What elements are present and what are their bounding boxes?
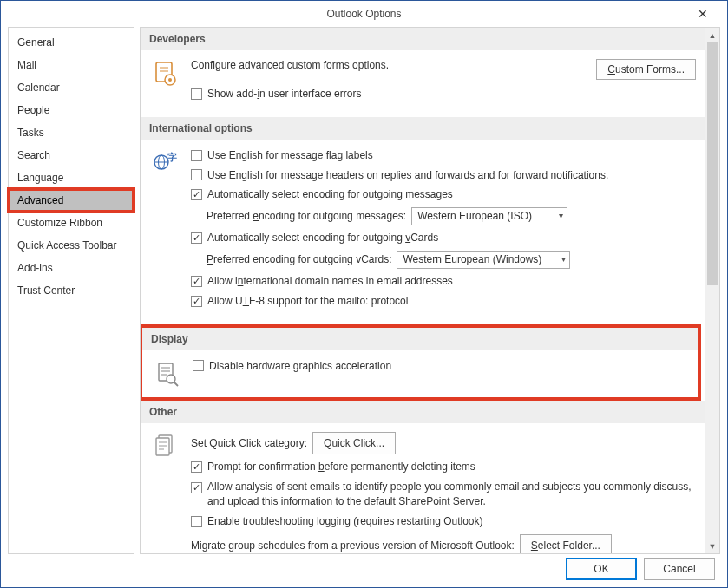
preferred-encoding-vcards-select[interactable]: Western European (Windows) (397, 251, 570, 269)
svg-point-13 (167, 375, 175, 383)
auto-encoding-messages-label: Automatically select encoding for outgoi… (207, 187, 453, 202)
content-panel: Developers Configure advanced custom for… (141, 28, 705, 553)
sidebar: General Mail Calendar People Tasks Searc… (8, 27, 134, 554)
auto-encoding-messages-checkbox[interactable] (191, 189, 202, 200)
disable-hardware-accel-checkbox[interactable] (193, 360, 204, 371)
utf8-mailto-label: Allow UTF-8 support for the mailto: prot… (207, 294, 408, 309)
globe-translate-icon: 字 (153, 148, 180, 314)
sidebar-item-people[interactable]: People (9, 99, 134, 121)
section-header-developers: Developers (141, 28, 705, 50)
quick-click-label: Set Quick Click category: (191, 436, 307, 451)
scroll-up-arrow-icon[interactable]: ▲ (705, 28, 719, 42)
section-header-display: Display (142, 328, 698, 350)
select-folder-button[interactable]: Select Folder... (520, 534, 612, 553)
titlebar: Outlook Options ✕ (1, 1, 727, 27)
sidebar-item-advanced[interactable]: Advanced (9, 189, 134, 212)
vertical-scrollbar[interactable]: ▲ ▼ (705, 28, 719, 553)
display-section-highlight: Display Disable hardware graphics accele… (141, 324, 701, 401)
english-headers-label: Use English for message headers on repli… (207, 168, 608, 183)
show-addin-errors-label: Show add-in user interface errors (207, 87, 361, 101)
section-header-other: Other (141, 401, 705, 423)
scroll-thumb[interactable] (707, 42, 718, 285)
troubleshoot-logging-label: Enable troubleshooting logging (requires… (207, 514, 483, 529)
svg-point-4 (168, 78, 172, 82)
window-title: Outlook Options (326, 8, 401, 20)
sidebar-item-qat[interactable]: Quick Access Toolbar (9, 234, 134, 257)
prompt-delete-label: Prompt for confirmation before permanent… (207, 460, 475, 474)
english-flag-labels-checkbox[interactable] (191, 150, 202, 161)
scroll-down-arrow-icon[interactable]: ▼ (705, 539, 719, 553)
disable-hardware-accel-label: Disable hardware graphics acceleration (209, 359, 391, 374)
svg-line-14 (174, 382, 178, 386)
troubleshoot-logging-checkbox[interactable] (191, 516, 202, 527)
form-gear-icon (153, 59, 180, 107)
sidebar-item-mail[interactable]: Mail (9, 54, 134, 76)
sidebar-item-trust-center[interactable]: Trust Center (9, 279, 134, 302)
preferred-encoding-messages-label: Preferred encoding for outgoing messages… (207, 209, 406, 224)
utf8-mailto-checkbox[interactable] (191, 296, 202, 307)
section-header-international: International options (141, 117, 705, 140)
show-addin-errors-checkbox[interactable] (191, 88, 202, 100)
document-magnify-icon (154, 359, 182, 387)
migrate-schedules-label: Migrate group schedules from a previous … (191, 539, 515, 553)
auto-encoding-vcards-label: Automatically select encoding for outgoi… (207, 231, 438, 245)
sidebar-item-language[interactable]: Language (9, 167, 134, 189)
sidebar-item-search[interactable]: Search (9, 144, 134, 167)
preferred-encoding-messages-select[interactable]: Western European (ISO) (411, 207, 567, 225)
english-flag-labels-label: Use English for message flag labels (207, 148, 373, 163)
prompt-delete-checkbox[interactable] (191, 461, 202, 473)
idn-checkbox[interactable] (191, 276, 202, 287)
quick-click-button[interactable]: Quick Click... (312, 432, 396, 455)
dialog-footer: OK Cancel (566, 558, 715, 580)
cancel-button[interactable]: Cancel (644, 558, 715, 580)
custom-forms-button[interactable]: Custom Forms... (596, 59, 696, 80)
idn-label: Allow international domain names in emai… (207, 274, 453, 289)
sidebar-item-calendar[interactable]: Calendar (9, 76, 134, 99)
close-button[interactable]: ✕ (685, 4, 720, 23)
svg-text:字: 字 (167, 152, 177, 162)
allow-analysis-label: Allow analysis of sent emails to identif… (207, 480, 696, 509)
sidebar-item-general[interactable]: General (9, 31, 134, 54)
configure-forms-label: Configure advanced custom forms options. (191, 59, 389, 71)
ok-button[interactable]: OK (566, 558, 637, 580)
sidebar-item-customize-ribbon[interactable]: Customize Ribbon (9, 212, 134, 234)
sidebar-item-addins[interactable]: Add-ins (9, 257, 134, 279)
sidebar-item-tasks[interactable]: Tasks (9, 121, 134, 144)
svg-rect-16 (156, 438, 169, 455)
allow-analysis-checkbox[interactable] (191, 482, 202, 493)
english-headers-checkbox[interactable] (191, 169, 202, 180)
auto-encoding-vcards-checkbox[interactable] (191, 232, 202, 244)
documents-icon (153, 432, 180, 553)
preferred-encoding-vcards-label: Preferred encoding for outgoing vCards: (207, 252, 391, 267)
